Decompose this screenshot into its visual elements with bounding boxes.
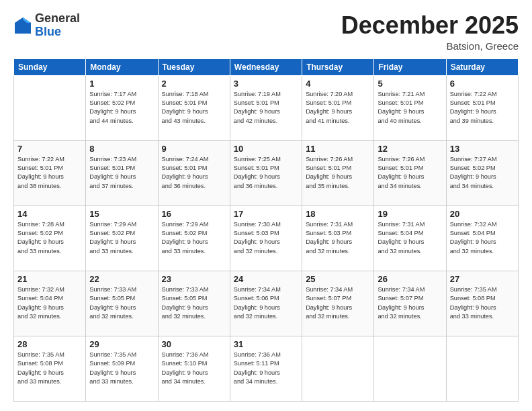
day-number: 12 [378,144,442,154]
calendar-cell: 10Sunrise: 7:25 AM Sunset: 5:01 PM Dayli… [230,140,302,205]
calendar-cell: 7Sunrise: 7:22 AM Sunset: 5:01 PM Daylig… [14,140,86,205]
day-number: 28 [17,339,82,349]
day-info: Sunrise: 7:27 AM Sunset: 5:02 PM Dayligh… [450,155,515,191]
calendar-cell: 28Sunrise: 7:35 AM Sunset: 5:08 PM Dayli… [14,336,86,401]
calendar-cell: 11Sunrise: 7:26 AM Sunset: 5:01 PM Dayli… [302,140,374,205]
day-number: 26 [378,274,442,284]
calendar-cell: 17Sunrise: 7:30 AM Sunset: 5:03 PM Dayli… [230,205,302,271]
day-number: 1 [89,79,154,89]
column-header-tuesday: Tuesday [158,58,230,75]
column-header-thursday: Thursday [302,58,374,75]
day-number: 18 [306,209,370,219]
calendar-cell: 2Sunrise: 7:18 AM Sunset: 5:01 PM Daylig… [158,75,230,140]
day-info: Sunrise: 7:34 AM Sunset: 5:07 PM Dayligh… [378,285,442,321]
day-info: Sunrise: 7:34 AM Sunset: 5:06 PM Dayligh… [234,285,298,321]
calendar-cell [446,336,518,401]
day-number: 3 [234,79,298,89]
calendar-cell: 4Sunrise: 7:20 AM Sunset: 5:01 PM Daylig… [302,75,374,140]
day-number: 25 [306,274,370,284]
title-block: December 2025 Batsion, Greece [341,12,519,52]
day-info: Sunrise: 7:35 AM Sunset: 5:08 PM Dayligh… [450,285,515,321]
day-info: Sunrise: 7:32 AM Sunset: 5:04 PM Dayligh… [17,285,82,321]
day-info: Sunrise: 7:28 AM Sunset: 5:02 PM Dayligh… [17,220,82,256]
logo-blue-text: Blue [35,25,61,38]
logo-text: General Blue [35,12,80,39]
calendar-cell: 3Sunrise: 7:19 AM Sunset: 5:01 PM Daylig… [230,75,302,140]
day-info: Sunrise: 7:33 AM Sunset: 5:05 PM Dayligh… [162,285,226,321]
day-number: 9 [162,144,226,154]
day-info: Sunrise: 7:30 AM Sunset: 5:03 PM Dayligh… [234,220,298,256]
day-number: 16 [162,209,226,219]
day-info: Sunrise: 7:31 AM Sunset: 5:04 PM Dayligh… [378,220,442,256]
header: General Blue December 2025 Batsion, Gree… [13,12,519,52]
calendar-cell: 22Sunrise: 7:33 AM Sunset: 5:05 PM Dayli… [86,271,158,336]
day-info: Sunrise: 7:25 AM Sunset: 5:01 PM Dayligh… [234,155,298,191]
day-info: Sunrise: 7:22 AM Sunset: 5:01 PM Dayligh… [450,90,515,126]
calendar-cell: 18Sunrise: 7:31 AM Sunset: 5:03 PM Dayli… [302,205,374,271]
calendar-cell [302,336,374,401]
calendar: SundayMondayTuesdayWednesdayThursdayFrid… [13,58,519,402]
day-info: Sunrise: 7:29 AM Sunset: 5:02 PM Dayligh… [162,220,226,256]
logo-general-text: General [35,11,80,25]
day-number: 17 [234,209,298,219]
calendar-header-row: SundayMondayTuesdayWednesdayThursdayFrid… [14,58,519,75]
calendar-cell: 20Sunrise: 7:32 AM Sunset: 5:04 PM Dayli… [446,205,518,271]
calendar-cell: 27Sunrise: 7:35 AM Sunset: 5:08 PM Dayli… [446,271,518,336]
calendar-cell: 29Sunrise: 7:35 AM Sunset: 5:09 PM Dayli… [86,336,158,401]
calendar-cell: 25Sunrise: 7:34 AM Sunset: 5:07 PM Dayli… [302,271,374,336]
day-info: Sunrise: 7:22 AM Sunset: 5:01 PM Dayligh… [17,155,82,191]
calendar-cell: 12Sunrise: 7:26 AM Sunset: 5:01 PM Dayli… [374,140,446,205]
day-number: 23 [162,274,226,284]
column-header-sunday: Sunday [14,58,86,75]
day-info: Sunrise: 7:20 AM Sunset: 5:01 PM Dayligh… [306,90,370,126]
day-info: Sunrise: 7:26 AM Sunset: 5:01 PM Dayligh… [306,155,370,191]
day-number: 31 [234,339,298,349]
location: Batsion, Greece [341,40,519,52]
calendar-cell: 9Sunrise: 7:24 AM Sunset: 5:01 PM Daylig… [158,140,230,205]
day-info: Sunrise: 7:18 AM Sunset: 5:01 PM Dayligh… [162,90,226,126]
calendar-week-1: 1Sunrise: 7:17 AM Sunset: 5:02 PM Daylig… [14,75,519,140]
day-number: 13 [450,144,515,154]
day-number: 27 [450,274,515,284]
day-number: 6 [450,79,515,89]
calendar-cell: 24Sunrise: 7:34 AM Sunset: 5:06 PM Dayli… [230,271,302,336]
day-number: 22 [89,274,154,284]
day-info: Sunrise: 7:36 AM Sunset: 5:10 PM Dayligh… [162,351,226,386]
day-number: 10 [234,144,298,154]
day-number: 19 [378,209,442,219]
day-number: 30 [162,339,226,349]
day-number: 8 [89,144,154,154]
day-number: 21 [17,274,82,284]
calendar-cell: 26Sunrise: 7:34 AM Sunset: 5:07 PM Dayli… [374,271,446,336]
day-info: Sunrise: 7:34 AM Sunset: 5:07 PM Dayligh… [306,285,370,321]
day-number: 20 [450,209,515,219]
day-info: Sunrise: 7:24 AM Sunset: 5:01 PM Dayligh… [162,155,226,191]
calendar-cell: 16Sunrise: 7:29 AM Sunset: 5:02 PM Dayli… [158,205,230,271]
day-info: Sunrise: 7:21 AM Sunset: 5:01 PM Dayligh… [378,90,442,126]
page: General Blue December 2025 Batsion, Gree… [0,0,532,411]
calendar-cell: 5Sunrise: 7:21 AM Sunset: 5:01 PM Daylig… [374,75,446,140]
column-header-wednesday: Wednesday [230,58,302,75]
calendar-cell: 19Sunrise: 7:31 AM Sunset: 5:04 PM Dayli… [374,205,446,271]
column-header-saturday: Saturday [446,58,518,75]
calendar-cell: 21Sunrise: 7:32 AM Sunset: 5:04 PM Dayli… [14,271,86,336]
day-info: Sunrise: 7:31 AM Sunset: 5:03 PM Dayligh… [306,220,370,256]
calendar-cell: 6Sunrise: 7:22 AM Sunset: 5:01 PM Daylig… [446,75,518,140]
calendar-week-4: 21Sunrise: 7:32 AM Sunset: 5:04 PM Dayli… [14,271,519,336]
calendar-cell: 1Sunrise: 7:17 AM Sunset: 5:02 PM Daylig… [86,75,158,140]
column-header-monday: Monday [86,58,158,75]
month-title: December 2025 [341,12,519,39]
calendar-cell: 15Sunrise: 7:29 AM Sunset: 5:02 PM Dayli… [86,205,158,271]
calendar-cell: 8Sunrise: 7:23 AM Sunset: 5:01 PM Daylig… [86,140,158,205]
calendar-week-5: 28Sunrise: 7:35 AM Sunset: 5:08 PM Dayli… [14,336,519,401]
calendar-cell: 30Sunrise: 7:36 AM Sunset: 5:10 PM Dayli… [158,336,230,401]
day-number: 24 [234,274,298,284]
day-number: 2 [162,79,226,89]
calendar-cell [374,336,446,401]
calendar-cell: 14Sunrise: 7:28 AM Sunset: 5:02 PM Dayli… [14,205,86,271]
day-info: Sunrise: 7:33 AM Sunset: 5:05 PM Dayligh… [89,285,154,321]
day-number: 15 [89,209,154,219]
day-info: Sunrise: 7:36 AM Sunset: 5:11 PM Dayligh… [234,351,298,386]
day-number: 4 [306,79,370,89]
day-info: Sunrise: 7:32 AM Sunset: 5:04 PM Dayligh… [450,220,515,256]
